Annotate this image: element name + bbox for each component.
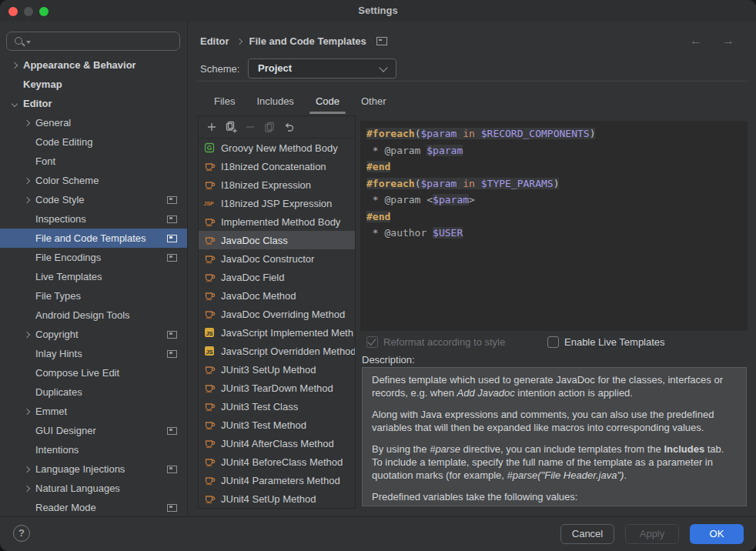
template-item-junit3-test-class[interactable]: JUnit3 Test Class bbox=[199, 397, 355, 416]
chevron-spacer bbox=[20, 386, 34, 399]
template-item-junit3-test-method[interactable]: JUnit3 Test Method bbox=[199, 416, 355, 434]
code-line: * @param <$param> bbox=[366, 192, 741, 209]
sidebar-item-natural-languages[interactable]: Natural Languages bbox=[0, 479, 187, 498]
tab-files[interactable]: Files bbox=[203, 91, 246, 114]
scheme-select[interactable]: Project bbox=[248, 58, 396, 78]
template-item-junit4-beforeclass-method[interactable]: JUnit4 BeforeClass Method bbox=[199, 452, 355, 471]
sidebar-item-intentions[interactable]: Intentions bbox=[0, 440, 187, 459]
tab-includes[interactable]: Includes bbox=[246, 91, 304, 114]
template-item-i18nized-concatenation[interactable]: I18nized Concatenation bbox=[199, 157, 355, 175]
js-file-icon: JS bbox=[203, 326, 216, 339]
sidebar-item-code-editing[interactable]: Code Editing bbox=[0, 132, 187, 152]
description-label: Description: bbox=[362, 352, 415, 368]
sidebar-item-label: Code Style bbox=[35, 194, 85, 205]
template-item-label: JUnit3 TearDown Method bbox=[221, 382, 333, 394]
settings-search-input[interactable] bbox=[6, 32, 180, 51]
copy-template-button bbox=[259, 119, 279, 135]
template-item-junit4-afterclass-method[interactable]: JUnit4 AfterClass Method bbox=[199, 434, 355, 452]
template-editor[interactable]: #foreach($param in $RECORD_COMPONENTS) *… bbox=[360, 121, 748, 331]
template-list-toolbar bbox=[199, 116, 355, 139]
template-item-label: JUnit4 BeforeClass Method bbox=[221, 456, 343, 468]
sidebar-item-file-types[interactable]: File Types bbox=[0, 286, 187, 306]
java-file-icon bbox=[203, 289, 216, 302]
template-item-groovy-new-method-body[interactable]: GGroovy New Method Body bbox=[199, 139, 355, 157]
template-item-label: JUnit4 AfterClass Method bbox=[221, 438, 334, 449]
sidebar-item-label: Keymap bbox=[23, 78, 62, 90]
java-file-icon bbox=[203, 234, 216, 246]
breadcrumb-item-editor[interactable]: Editor bbox=[200, 35, 229, 47]
template-item-javadoc-field[interactable]: JavaDoc Field bbox=[199, 268, 355, 286]
chevron-down-icon[interactable] bbox=[8, 97, 22, 111]
sidebar-item-gui-designer[interactable]: GUI Designer bbox=[0, 421, 187, 440]
chevron-right-icon[interactable] bbox=[20, 328, 34, 342]
sidebar-item-inlay-hints[interactable]: Inlay Hints bbox=[0, 344, 187, 363]
template-item-javadoc-class[interactable]: JavaDoc Class bbox=[199, 231, 355, 249]
per-project-settings-icon bbox=[376, 37, 387, 45]
sidebar-item-inspections[interactable]: Inspections bbox=[0, 209, 187, 229]
sidebar-item-color-scheme[interactable]: Color Scheme bbox=[0, 171, 187, 190]
back-button[interactable]: ← bbox=[690, 34, 702, 48]
sidebar-item-appearance-behavior[interactable]: Appearance & Behavior bbox=[0, 55, 187, 75]
sidebar-item-file-and-code-templates[interactable]: File and Code Templates bbox=[0, 229, 187, 248]
description-panel[interactable]: Defines template which used to generate … bbox=[362, 367, 747, 506]
search-options-caret-icon[interactable] bbox=[26, 41, 31, 44]
template-item-junit3-setup-method[interactable]: JUnit3 SetUp Method bbox=[199, 360, 355, 379]
sidebar-item-editor[interactable]: Editor bbox=[0, 94, 187, 113]
template-item-javascript-overridden-method[interactable]: JSJavaScript Overridden Method bbox=[199, 342, 355, 360]
window-title: Settings bbox=[0, 0, 756, 22]
sidebar-item-language-injections[interactable]: Language Injections bbox=[0, 459, 187, 479]
forward-button[interactable]: → bbox=[722, 34, 734, 48]
ok-button[interactable]: OK bbox=[690, 524, 744, 544]
sidebar-item-compose-live-edit[interactable]: Compose Live Edit bbox=[0, 363, 187, 382]
sidebar-item-emmet[interactable]: Emmet bbox=[0, 402, 187, 421]
template-item-label: JUnit3 Test Method bbox=[221, 419, 306, 431]
add-template-button[interactable] bbox=[202, 119, 221, 135]
sidebar-item-android-design-tools[interactable]: Android Design Tools bbox=[0, 306, 187, 325]
search-icon bbox=[15, 37, 22, 45]
chevron-right-icon[interactable] bbox=[20, 193, 34, 207]
sidebar-item-reader-mode[interactable]: Reader Mode bbox=[0, 498, 187, 517]
svg-text:G: G bbox=[207, 144, 212, 152]
sidebar-item-general[interactable]: General bbox=[0, 113, 187, 132]
per-project-settings-icon bbox=[167, 254, 177, 262]
template-item-i18nized-expression[interactable]: I18nized Expression bbox=[199, 175, 355, 194]
sidebar-item-live-templates[interactable]: Live Templates bbox=[0, 267, 187, 286]
template-item-junit4-setup-method[interactable]: JUnit4 SetUp Method bbox=[199, 489, 355, 508]
separator bbox=[197, 81, 748, 82]
sidebar-item-label: GUI Designer bbox=[35, 425, 96, 436]
sidebar-item-copyright[interactable]: Copyright bbox=[0, 325, 187, 344]
sidebar-item-keymap[interactable]: Keymap bbox=[0, 75, 187, 94]
help-button[interactable]: ? bbox=[13, 525, 30, 542]
code-line: * @param $param bbox=[366, 142, 741, 159]
enable-live-templates-checkbox[interactable] bbox=[547, 336, 559, 348]
chevron-spacer bbox=[20, 155, 34, 169]
reformat-checkbox[interactable] bbox=[366, 336, 378, 348]
sidebar-item-label: General bbox=[35, 117, 71, 129]
sidebar-item-font[interactable]: Font bbox=[0, 152, 187, 171]
template-item-javadoc-overriding-method[interactable]: JavaDoc Overriding Method bbox=[199, 305, 355, 323]
template-item-javadoc-method[interactable]: JavaDoc Method bbox=[199, 286, 355, 305]
template-item-i18nized-jsp-expression[interactable]: JSPI18nized JSP Expression bbox=[199, 194, 355, 212]
tab-other[interactable]: Other bbox=[350, 91, 397, 114]
duplicate-template-button[interactable] bbox=[221, 119, 240, 135]
template-item-javadoc-constructor[interactable]: JavaDoc Constructor bbox=[199, 249, 355, 268]
apply-button[interactable]: Apply bbox=[625, 524, 679, 544]
sidebar-item-code-style[interactable]: Code Style bbox=[0, 190, 187, 209]
sidebar-item-duplicates[interactable]: Duplicates bbox=[0, 382, 187, 402]
chevron-right-icon[interactable] bbox=[20, 174, 34, 188]
chevron-right-icon[interactable] bbox=[20, 463, 34, 476]
template-item-junit4-parameters-method[interactable]: JUnit4 Parameters Method bbox=[199, 471, 355, 489]
sidebar-item-file-encodings[interactable]: File Encodings bbox=[0, 248, 187, 267]
chevron-right-icon[interactable] bbox=[20, 116, 34, 130]
chevron-right-icon[interactable] bbox=[20, 405, 34, 419]
template-item-junit3-teardown-method[interactable]: JUnit3 TearDown Method bbox=[199, 379, 355, 397]
chevron-right-icon[interactable] bbox=[20, 482, 34, 496]
svg-text:JSP: JSP bbox=[204, 201, 215, 206]
tab-code[interactable]: Code bbox=[305, 91, 350, 114]
revert-template-button[interactable] bbox=[279, 119, 298, 135]
chevron-right-icon[interactable] bbox=[8, 58, 22, 72]
template-item-implemented-method-body[interactable]: Implemented Method Body bbox=[199, 212, 355, 231]
breadcrumb-item-file-and-code-templates: File and Code Templates bbox=[249, 35, 366, 47]
template-item-javascript-implemented-meth[interactable]: JSJavaScript Implemented Meth bbox=[199, 323, 355, 342]
cancel-button[interactable]: Cancel bbox=[560, 524, 614, 544]
